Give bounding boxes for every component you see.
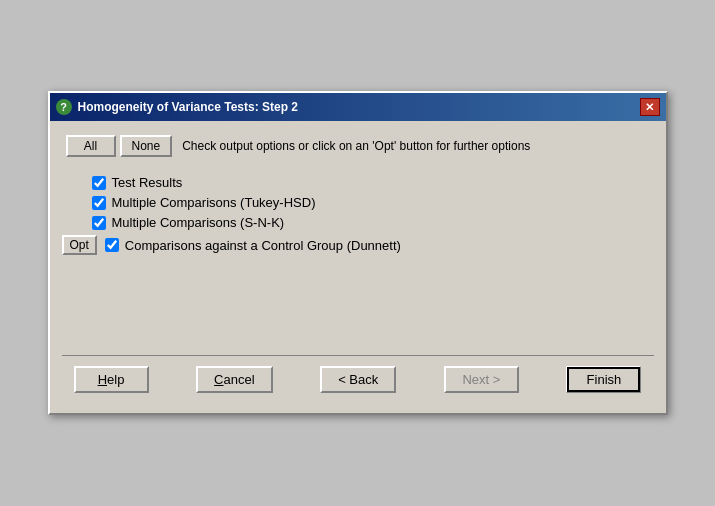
back-label: < Back: [338, 372, 378, 387]
checkbox-wrapper-1: Test Results: [92, 175, 183, 190]
checkbox-label-4: Comparisons against a Control Group (Dun…: [125, 238, 401, 253]
back-button[interactable]: < Back: [320, 366, 396, 393]
finish-button[interactable]: Finish: [566, 366, 641, 393]
bottom-button-bar: Help Cancel < Back Next > Finish: [62, 355, 654, 403]
title-bar-left: ? Homogeneity of Variance Tests: Step 2: [56, 99, 299, 115]
opt-button[interactable]: Opt: [62, 235, 97, 255]
dialog-body: All None Check output options or click o…: [50, 121, 666, 413]
checkbox-control-group-dunnett[interactable]: [105, 238, 119, 252]
cancel-underline: Cancel: [214, 372, 254, 387]
checkbox-multiple-comp-tukey[interactable]: [92, 196, 106, 210]
checkbox-row-3: Multiple Comparisons (S-N-K): [92, 215, 654, 230]
close-button[interactable]: ✕: [640, 98, 660, 116]
cancel-button[interactable]: Cancel: [196, 366, 272, 393]
checkbox-wrapper-2: Multiple Comparisons (Tukey-HSD): [92, 195, 316, 210]
checkbox-label-1: Test Results: [112, 175, 183, 190]
instruction-text: Check output options or click on an 'Opt…: [182, 139, 530, 153]
checkbox-label-2: Multiple Comparisons (Tukey-HSD): [112, 195, 316, 210]
help-button[interactable]: Help: [74, 366, 149, 393]
checkbox-row-1: Test Results: [92, 175, 654, 190]
next-label: Next >: [462, 372, 500, 387]
dialog-icon: ?: [56, 99, 72, 115]
top-bar: All None Check output options or click o…: [62, 131, 654, 161]
title-bar: ? Homogeneity of Variance Tests: Step 2 …: [50, 93, 666, 121]
checkbox-row-4: Opt Comparisons against a Control Group …: [62, 235, 654, 255]
checkbox-wrapper-4: Comparisons against a Control Group (Dun…: [105, 238, 401, 253]
dialog-window: ? Homogeneity of Variance Tests: Step 2 …: [48, 91, 668, 415]
next-button[interactable]: Next >: [444, 366, 519, 393]
help-underline: Help: [98, 372, 125, 387]
checkbox-wrapper-3: Multiple Comparisons (S-N-K): [92, 215, 285, 230]
none-button[interactable]: None: [120, 135, 173, 157]
checkbox-test-results[interactable]: [92, 176, 106, 190]
all-button[interactable]: All: [66, 135, 116, 157]
checkbox-row-2: Multiple Comparisons (Tukey-HSD): [92, 195, 654, 210]
title-text: Homogeneity of Variance Tests: Step 2: [78, 100, 299, 114]
checkbox-multiple-comp-snk[interactable]: [92, 216, 106, 230]
checkbox-label-3: Multiple Comparisons (S-N-K): [112, 215, 285, 230]
options-area: Test Results Multiple Comparisons (Tukey…: [62, 175, 654, 355]
